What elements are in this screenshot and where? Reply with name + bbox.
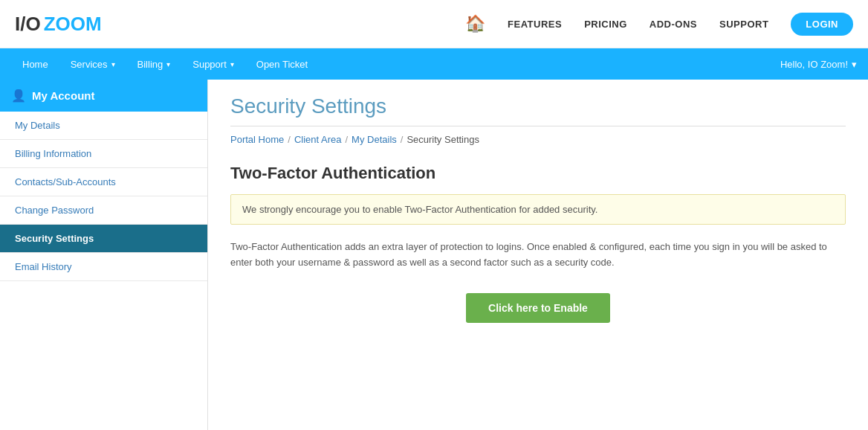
sidebar-header-label: My Account — [32, 89, 94, 102]
features-link[interactable]: FEATURES — [508, 19, 562, 30]
user-greeting[interactable]: Hello, IO Zoom! ▾ — [780, 59, 857, 70]
enable-2fa-button[interactable]: Click here to Enable — [466, 293, 610, 323]
services-chevron-icon: ▾ — [111, 60, 115, 68]
user-dropdown-icon: ▾ — [852, 59, 857, 70]
section-title: Two-Factor Authentication — [230, 164, 846, 183]
sidebar-item-email-history[interactable]: Email History — [0, 253, 207, 281]
sidebar-item-contacts[interactable]: Contacts/Sub-Accounts — [0, 168, 207, 196]
breadcrumb-my-details[interactable]: My Details — [352, 134, 397, 145]
main-layout: 👤 My Account My Details Billing Informat… — [0, 80, 868, 430]
page-title: Security Settings — [230, 94, 846, 126]
enable-button-container: Click here to Enable — [230, 293, 846, 323]
breadcrumb-client-area[interactable]: Client Area — [294, 134, 342, 145]
sidebar-item-security-settings[interactable]: Security Settings — [0, 225, 207, 253]
nav-home[interactable]: Home — [11, 48, 59, 80]
logo-io-text: I/O — [15, 13, 41, 36]
top-header: I/O ZOOM 🏠 FEATURES PRICING ADD-ONS SUPP… — [0, 0, 868, 48]
breadcrumb-sep-1: / — [288, 134, 291, 145]
nav-open-ticket[interactable]: Open Ticket — [245, 48, 319, 80]
breadcrumb-sep-2: / — [345, 134, 348, 145]
alert-warning: We strongly encourage you to enable Two-… — [230, 194, 846, 225]
main-navbar: Home Services ▾ Billing ▾ Support ▾ Open… — [0, 48, 868, 80]
pricing-link[interactable]: PRICING — [584, 19, 627, 30]
user-icon: 👤 — [11, 89, 26, 103]
nav-support[interactable]: Support ▾ — [181, 48, 245, 80]
support-chevron-icon: ▾ — [230, 60, 234, 68]
breadcrumb: Portal Home / Client Area / My Details /… — [230, 134, 846, 145]
nav-billing[interactable]: Billing ▾ — [126, 48, 182, 80]
sidebar-item-my-details[interactable]: My Details — [0, 112, 207, 140]
login-button[interactable]: LOGIN — [791, 13, 853, 36]
logo: I/O ZOOM — [15, 13, 102, 36]
support-link[interactable]: SUPPORT — [719, 19, 768, 30]
logo-zoom-text: ZOOM — [44, 13, 102, 36]
nav-services[interactable]: Services ▾ — [59, 48, 126, 80]
sidebar-item-change-password[interactable]: Change Password — [0, 196, 207, 225]
sidebar-item-billing-information[interactable]: Billing Information — [0, 140, 207, 168]
breadcrumb-current: Security Settings — [407, 134, 479, 145]
sidebar-header: 👤 My Account — [0, 80, 207, 112]
top-navigation: 🏠 FEATURES PRICING ADD-ONS SUPPORT LOGIN — [465, 13, 853, 36]
addons-link[interactable]: ADD-ONS — [650, 19, 697, 30]
description-text: Two-Factor Authentication adds an extra … — [230, 240, 846, 271]
breadcrumb-sep-3: / — [401, 134, 404, 145]
home-icon[interactable]: 🏠 — [465, 14, 485, 33]
billing-chevron-icon: ▾ — [166, 60, 170, 68]
breadcrumb-portal-home[interactable]: Portal Home — [230, 134, 284, 145]
sidebar: 👤 My Account My Details Billing Informat… — [0, 80, 208, 430]
main-content: Security Settings Portal Home / Client A… — [208, 80, 868, 430]
